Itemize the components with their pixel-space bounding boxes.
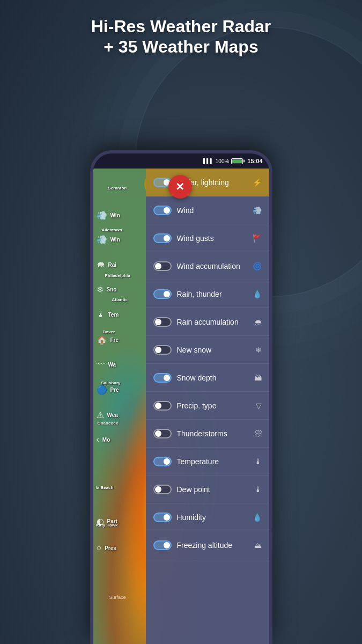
- menu-item-rain-accumulation[interactable]: Rain accumulation 🌧: [146, 308, 269, 336]
- part-map-text: Part: [107, 518, 117, 524]
- temp-map-text: Tem: [108, 312, 119, 318]
- menu-item-rain-thunder[interactable]: Rain, thunder 💧: [146, 280, 269, 308]
- menu-label-thunderstorms: Thunderstorms: [177, 429, 252, 438]
- snow-map-text: Sno: [107, 287, 117, 292]
- toggle-precip-type[interactable]: [153, 401, 172, 411]
- wind-map-icon: 💨: [97, 210, 107, 221]
- mo-map-text: Mo: [102, 437, 110, 443]
- status-bar: ▌▌▌ 100% 15:04: [93, 153, 269, 169]
- menu-icon-wind: 💨: [253, 206, 262, 215]
- pre-map-text: Pre: [110, 387, 119, 393]
- toggle-new-snow[interactable]: [153, 345, 172, 355]
- menu-item-wind[interactable]: Wind 💨: [146, 196, 269, 224]
- toggle-humidity[interactable]: [153, 513, 172, 522]
- wea-map-icon: ⚠: [97, 410, 104, 420]
- city-scranton: Scranton: [108, 186, 127, 191]
- toggle-knob-temperature: [164, 458, 170, 465]
- wind2-map-text: Win: [110, 237, 120, 243]
- toggle-temperature[interactable]: [153, 457, 172, 466]
- menu-icon-rain-thunder: 💧: [253, 290, 262, 298]
- menu-label-wind-accumulation: Wind accumulation: [177, 262, 250, 270]
- toggle-knob-precip-type: [155, 402, 161, 409]
- menu-item-humidity[interactable]: Humidity 💧: [146, 503, 269, 531]
- wind2-map-icon: 💨: [97, 235, 107, 245]
- toggle-wind[interactable]: [153, 206, 172, 215]
- menu-icon-freezing-altitude: ⛰: [254, 541, 262, 550]
- menu-icon-rain-accumulation: 🌧: [254, 318, 262, 326]
- time-display: 15:04: [247, 158, 262, 164]
- toggle-knob-dew-point: [155, 486, 161, 493]
- toggle-thunderstorms[interactable]: [153, 429, 172, 438]
- toggle-knob-thunderstorms: [155, 430, 161, 437]
- toggle-knob-snow-depth: [164, 375, 170, 381]
- city-ia-beach: ia Beach: [96, 485, 114, 490]
- pres-map-icon: ○: [97, 543, 102, 553]
- menu-icon-new-snow: ❄: [255, 346, 262, 354]
- pre-map-icon: 🔵: [97, 385, 107, 395]
- menu-item-thunderstorms[interactable]: Thunderstorms ⛈: [146, 420, 269, 448]
- menu-icon-radar-lightning: ⚡: [253, 178, 262, 187]
- snow-map-icon: ❄: [97, 284, 104, 295]
- toggle-knob-humidity: [164, 514, 170, 521]
- wa-map-text: Wa: [108, 362, 116, 368]
- close-button-bg[interactable]: ✕: [168, 175, 192, 199]
- menu-icon-wind-accumulation: 🌀: [253, 262, 262, 270]
- menu-item-wind-accumulation[interactable]: Wind accumulation 🌀: [146, 252, 269, 280]
- wea-map-text: Wea: [107, 412, 118, 418]
- battery-percent: 100%: [216, 158, 230, 164]
- menu-label-wind-gusts: Wind gusts: [177, 234, 250, 243]
- battery-icon: [231, 158, 243, 164]
- phone-inner: ▌▌▌ 100% 15:04 Scranton Allentown Philad…: [93, 153, 269, 644]
- toggle-snow-depth[interactable]: [153, 373, 172, 383]
- toggle-knob-wind-accumulation: [155, 263, 161, 269]
- header-title: Hi-Res Weather Radar + 35 Weather Maps: [0, 16, 362, 57]
- toggle-rain-thunder[interactable]: [153, 289, 172, 299]
- menu-label-precip-type: Precip. type: [177, 401, 254, 410]
- toggle-knob-wind-gusts: [164, 235, 170, 241]
- close-icon: ✕: [175, 181, 184, 192]
- menu-item-snow-depth[interactable]: Snow depth 🏔: [146, 364, 269, 392]
- menu-item-dew-point[interactable]: Dew point 🌡: [146, 475, 269, 503]
- menu-label-temperature: Temperature: [177, 457, 252, 466]
- wa-map-icon: 〰: [97, 360, 105, 369]
- menu-item-temperature[interactable]: Temperature 🌡: [146, 448, 269, 475]
- surface-label: Surface: [109, 595, 126, 600]
- menu-label-snow-depth: Snow depth: [177, 374, 252, 382]
- temp-map-icon: 🌡: [97, 310, 105, 319]
- rain-map-icon: 🌧: [97, 260, 105, 269]
- menu-label-wind: Wind: [177, 206, 250, 215]
- menu-icon-wind-gusts: 🚩: [253, 234, 262, 243]
- city-philadelphia: Philadelphia: [105, 273, 130, 278]
- menu-item-precip-type[interactable]: Precip. type ▽: [146, 392, 269, 420]
- menu-icon-temperature: 🌡: [254, 457, 262, 466]
- menu-icon-thunderstorms: ⛈: [254, 429, 262, 438]
- menu-icon-precip-type: ▽: [256, 401, 262, 410]
- close-button[interactable]: ✕: [168, 175, 192, 199]
- menu-label-freezing-altitude: Freezing altitude: [177, 541, 252, 550]
- battery-fill: [232, 159, 242, 163]
- menu-item-freezing-altitude[interactable]: Freezing altitude ⛰: [146, 531, 269, 559]
- toggle-knob-rain-thunder: [164, 291, 170, 297]
- menu-item-radar-lightning[interactable]: Radar, lightning ⚡: [146, 169, 269, 196]
- toggle-freezing-altitude[interactable]: [153, 540, 172, 550]
- menu-item-wind-gusts[interactable]: Wind gusts 🚩: [146, 224, 269, 252]
- toggle-wind-accumulation[interactable]: [153, 261, 172, 271]
- menu-overlay: Radar, lightning ⚡ Wind 💨 Wind gusts 🚩: [146, 169, 269, 644]
- pres-map-text: Pres: [105, 545, 116, 551]
- menu-item-new-snow[interactable]: New snow ❄: [146, 336, 269, 364]
- toggle-knob-new-snow: [155, 347, 161, 353]
- phone-frame: ▌▌▌ 100% 15:04 Scranton Allentown Philad…: [90, 150, 272, 644]
- wind-map-text: Win: [110, 213, 120, 218]
- menu-label-rain-accumulation: Rain accumulation: [177, 318, 252, 326]
- fre-map-icon: 🏠: [97, 335, 107, 345]
- toggle-dew-point[interactable]: [153, 485, 172, 494]
- mo-map-icon: ‹: [97, 435, 99, 444]
- header: Hi-Res Weather Radar + 35 Weather Maps: [0, 16, 362, 57]
- menu-icon-dew-point: 🌡: [254, 485, 262, 494]
- menu-icon-snow-depth: 🏔: [254, 374, 262, 382]
- toggle-rain-accumulation[interactable]: [153, 317, 172, 327]
- toggle-knob-rain-accumulation: [155, 319, 161, 325]
- rain-map-text: Rai: [108, 262, 117, 268]
- toggle-wind-gusts[interactable]: [153, 233, 172, 243]
- menu-icon-humidity: 💧: [253, 513, 262, 522]
